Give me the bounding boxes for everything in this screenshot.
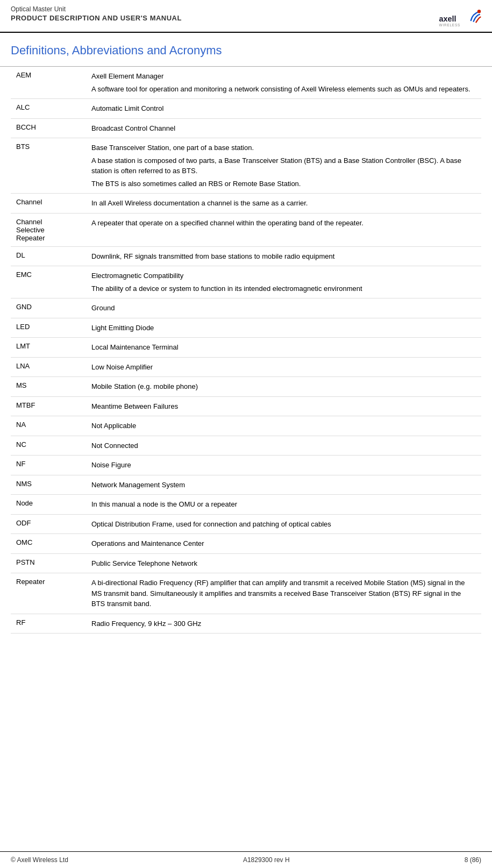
glossary-definition: Not Connected <box>86 436 481 456</box>
table-row: NCNot Connected <box>11 436 481 456</box>
table-row: NANot Applicable <box>11 416 481 436</box>
glossary-definition: Electromagnetic CompatibilityThe ability… <box>86 266 481 298</box>
definition-paragraph: Base Transceiver Station, one part of a … <box>91 143 476 153</box>
definition-paragraph: The BTS is also sometimes called an RBS … <box>91 179 476 189</box>
glossary-term: NMS <box>11 475 86 495</box>
definition-paragraph: Downlink, RF signals transmitted from ba… <box>91 251 476 262</box>
definition-paragraph: Network Management System <box>91 480 476 490</box>
glossary-term: MS <box>11 377 86 397</box>
table-row: LEDLight Emitting Diode <box>11 318 481 338</box>
definition-paragraph: Optical Distribution Frame, used for con… <box>91 519 476 530</box>
header-manual-title: PRODUCT DESCRIPTION AND USER'S MANUAL <box>11 14 182 22</box>
table-row: ALCAutomatic Limit Control <box>11 99 481 119</box>
glossary-term: Node <box>11 495 86 515</box>
table-row: GNDGround <box>11 298 481 318</box>
definition-paragraph: Electromagnetic Compatibility <box>91 271 476 281</box>
glossary-definition: Public Service Telephone Network <box>86 553 481 573</box>
table-row: ChannelIn all Axell Wireless documentati… <box>11 194 481 214</box>
glossary-term: BTS <box>11 138 86 194</box>
definition-paragraph: Public Service Telephone Network <box>91 558 476 569</box>
definition-paragraph: Meantime Between Failures <box>91 401 476 412</box>
glossary-definition: Low Noise Amplifier <box>86 357 481 377</box>
definition-paragraph: Automatic Limit Control <box>91 103 476 114</box>
glossary-term: LMT <box>11 338 86 358</box>
glossary-term: NA <box>11 416 86 436</box>
page-header: Optical Master Unit PRODUCT DESCRIPTION … <box>0 0 492 33</box>
glossary-definition: Broadcast Control Channel <box>86 118 481 138</box>
glossary-term: LED <box>11 318 86 338</box>
definition-paragraph: Radio Frequency, 9 kHz – 300 GHz <box>91 618 476 629</box>
header-text-block: Optical Master Unit PRODUCT DESCRIPTION … <box>11 5 182 22</box>
definition-paragraph: Ground <box>91 303 476 314</box>
table-row: LNALow Noise Amplifier <box>11 357 481 377</box>
table-row: NMSNetwork Management System <box>11 475 481 495</box>
definition-paragraph: Low Noise Amplifier <box>91 362 476 373</box>
glossary-definition: Noise Figure <box>86 456 481 475</box>
glossary-term: EMC <box>11 266 86 298</box>
footer-document-number: A1829300 rev H <box>243 856 290 864</box>
glossary-definition: A repeater that operate on a specified c… <box>86 213 481 246</box>
axell-wireless-logo: axell WIRELESS <box>438 5 481 30</box>
glossary-definition: A bi-directional Radio Frequency (RF) am… <box>86 573 481 614</box>
definition-paragraph: Mobile Station (e.g. mobile phone) <box>91 381 476 392</box>
glossary-term: RF <box>11 614 86 634</box>
definition-paragraph: The ability of a device or system to fun… <box>91 283 476 294</box>
svg-text:WIRELESS: WIRELESS <box>439 23 460 27</box>
glossary-term: Channel <box>11 194 86 214</box>
glossary-definition: Ground <box>86 298 481 318</box>
glossary-term: PSTN <box>11 553 86 573</box>
glossary-term: ODF <box>11 514 86 534</box>
glossary-definition: Light Emitting Diode <box>86 318 481 338</box>
svg-text:axell: axell <box>439 15 457 23</box>
table-row: MSMobile Station (e.g. mobile phone) <box>11 377 481 397</box>
definition-paragraph: Light Emitting Diode <box>91 323 476 333</box>
definition-paragraph: Operations and Maintenance Center <box>91 538 476 549</box>
definition-paragraph: Noise Figure <box>91 460 476 471</box>
definition-paragraph: Not Connected <box>91 440 476 451</box>
glossary-definition: Local Maintenance Terminal <box>86 338 481 358</box>
glossary-definition: In this manual a node is the OMU or a re… <box>86 495 481 515</box>
table-row: NFNoise Figure <box>11 456 481 475</box>
logo-container: axell WIRELESS <box>438 5 481 30</box>
table-row: OMCOperations and Maintenance Center <box>11 534 481 554</box>
content-area: AEMAxell Element ManagerA software tool … <box>0 67 492 634</box>
definition-paragraph: A base station is composed of two parts,… <box>91 155 476 176</box>
definition-paragraph: Not Applicable <box>91 421 476 431</box>
glossary-definition: Operations and Maintenance Center <box>86 534 481 554</box>
glossary-term: MTBF <box>11 396 86 416</box>
definition-paragraph: A repeater that operate on a specified c… <box>91 218 476 229</box>
glossary-definition: Base Transceiver Station, one part of a … <box>86 138 481 194</box>
glossary-term: AEM <box>11 67 86 99</box>
table-row: MTBFMeantime Between Failures <box>11 396 481 416</box>
glossary-definition: In all Axell Wireless documentation a ch… <box>86 194 481 214</box>
header-product-name: Optical Master Unit <box>11 5 182 13</box>
definition-paragraph: In this manual a node is the OMU or a re… <box>91 499 476 510</box>
table-row: LMTLocal Maintenance Terminal <box>11 338 481 358</box>
glossary-definition: Mobile Station (e.g. mobile phone) <box>86 377 481 397</box>
definition-paragraph: Broadcast Control Channel <box>91 123 476 134</box>
definition-paragraph: Axell Element Manager <box>91 71 476 82</box>
footer-copyright: © Axell Wireless Ltd <box>11 856 68 864</box>
page-footer: © Axell Wireless Ltd A1829300 rev H 8 (8… <box>0 851 492 868</box>
table-row: NodeIn this manual a node is the OMU or … <box>11 495 481 515</box>
glossary-definition: Automatic Limit Control <box>86 99 481 119</box>
glossary-term: NF <box>11 456 86 475</box>
table-row: BTSBase Transceiver Station, one part of… <box>11 138 481 194</box>
table-row: ODFOptical Distribution Frame, used for … <box>11 514 481 534</box>
table-row: DLDownlink, RF signals transmitted from … <box>11 246 481 266</box>
table-row: RFRadio Frequency, 9 kHz – 300 GHz <box>11 614 481 634</box>
definition-paragraph: A bi-directional Radio Frequency (RF) am… <box>91 578 476 609</box>
glossary-table: AEMAxell Element ManagerA software tool … <box>11 67 481 634</box>
definition-paragraph: A software tool for operation and monito… <box>91 84 476 95</box>
glossary-definition: Network Management System <box>86 475 481 495</box>
table-row: AEMAxell Element ManagerA software tool … <box>11 67 481 99</box>
table-row: PSTNPublic Service Telephone Network <box>11 553 481 573</box>
glossary-term: Repeater <box>11 573 86 614</box>
glossary-definition: Not Applicable <box>86 416 481 436</box>
glossary-definition: Axell Element ManagerA software tool for… <box>86 67 481 99</box>
glossary-definition: Radio Frequency, 9 kHz – 300 GHz <box>86 614 481 634</box>
footer-page-number: 8 (86) <box>465 856 481 864</box>
glossary-term: LNA <box>11 357 86 377</box>
glossary-term: GND <box>11 298 86 318</box>
table-row: RepeaterA bi-directional Radio Frequency… <box>11 573 481 614</box>
